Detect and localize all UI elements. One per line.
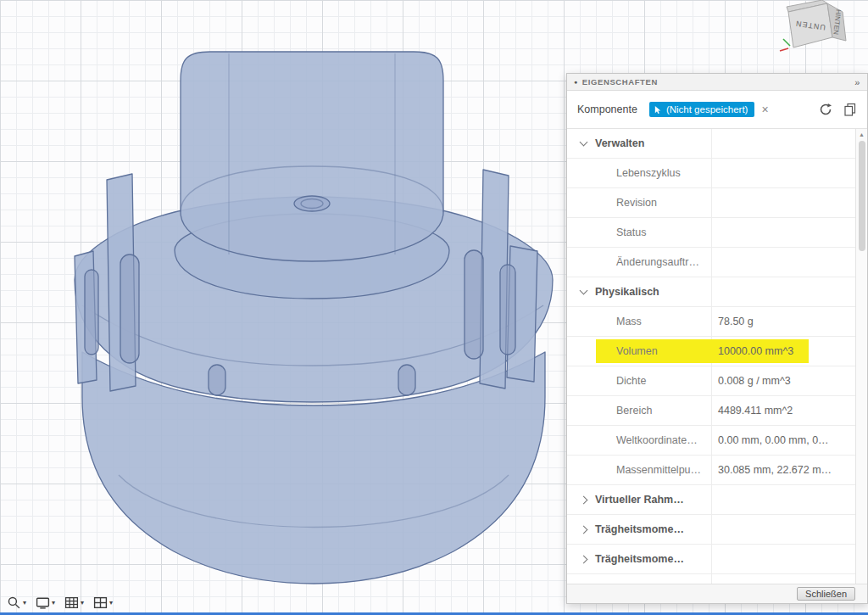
chevron-right-icon <box>580 555 588 563</box>
property-value <box>711 248 855 277</box>
viewports-icon <box>93 595 108 610</box>
section-title: Trägheitsmome… <box>595 523 684 535</box>
section-verwalten[interactable]: Verwalten <box>567 129 855 159</box>
property-label: Volumen <box>567 337 711 366</box>
property-value <box>711 188 855 217</box>
property-row-volumen[interactable]: Volumen 10000.00 mm^3 <box>567 337 855 366</box>
model-slot <box>120 254 139 363</box>
section-title: Physikalisch <box>595 286 659 298</box>
property-label: Bereich <box>567 396 711 425</box>
panel-tabbar: Komponente (Nicht gespeichert) × <box>567 91 867 129</box>
tab-actions <box>819 103 857 116</box>
property-row-aenderungsauftrag[interactable]: Änderungsauftr… <box>567 248 855 277</box>
grid-settings-button[interactable]: ▾ <box>64 595 84 610</box>
property-label: Weltkoordinate… <box>567 426 711 455</box>
tab-close-icon[interactable]: × <box>761 103 768 116</box>
chevron-down-icon <box>580 138 588 147</box>
property-row-status[interactable]: Status <box>567 218 855 248</box>
zoom-tools-button[interactable]: ▾ <box>7 595 26 610</box>
property-label: Status <box>567 218 711 247</box>
caret-down-icon: ▾ <box>109 599 113 607</box>
property-row-lebenszyklus[interactable]: Lebenszyklus <box>567 159 855 188</box>
model-slot <box>209 365 225 395</box>
axis-red <box>780 48 788 51</box>
magnifier-icon <box>7 595 21 610</box>
model-slot <box>500 265 515 355</box>
panel-scrollbar[interactable]: ▲ <box>855 129 867 584</box>
property-row-massenmittelpunkt[interactable]: Massenmittelpu… 30.085 mm, 22.672 m… <box>567 456 855 485</box>
panel-footer: Schließen <box>567 584 867 603</box>
refresh-icon[interactable] <box>819 103 832 116</box>
chevron-right-icon <box>580 525 588 534</box>
section-traegheitsmoment-1[interactable]: Trägheitsmome… <box>567 515 855 545</box>
caret-down-icon: ▾ <box>81 599 84 607</box>
navigation-toolbar: ▾ ▾ ▾ ▾ <box>7 595 122 610</box>
scrollbar-thumb[interactable] <box>859 141 865 251</box>
model-slot <box>465 250 483 359</box>
chevron-down-icon <box>580 287 588 295</box>
property-row-weltkoordinaten[interactable]: Weltkoordinate… 0.00 mm, 0.00 mm, 0… <box>567 426 855 456</box>
panel-title: EIGENSCHAFTEN <box>582 77 658 87</box>
panel-header[interactable]: ● EIGENSCHAFTEN » <box>567 74 867 91</box>
caret-down-icon: ▾ <box>52 599 55 607</box>
property-value: 0.008 g / mm^3 <box>711 366 855 395</box>
model-slot <box>85 270 98 355</box>
section-traegheitsmoment-2[interactable]: Trägheitsmome… <box>567 545 855 574</box>
property-row-revision[interactable]: Revision <box>567 188 855 218</box>
property-value: 10000.00 mm^3 <box>711 337 855 366</box>
caret-down-icon: ▾ <box>23 599 26 607</box>
expand-panel-icon[interactable]: » <box>854 77 860 87</box>
property-value: 30.085 mm, 22.672 m… <box>711 456 855 484</box>
unsaved-badge-label: (Nicht gespeichert) <box>666 104 748 115</box>
section-title: Virtueller Rahm… <box>595 494 684 506</box>
model-center-hole <box>294 196 330 211</box>
view-cube[interactable]: UNTEN HINTEN <box>778 0 853 54</box>
panel-body: Verwalten Lebenszyklus Revision Status Ä… <box>567 129 867 584</box>
viewports-button[interactable]: ▾ <box>93 595 113 610</box>
property-value <box>711 159 855 187</box>
property-label: Dichte <box>567 366 711 395</box>
property-row-bereich[interactable]: Bereich 4489.411 mm^2 <box>567 396 855 426</box>
cursor-icon <box>654 105 663 115</box>
chevron-right-icon <box>580 495 588 504</box>
section-title: Verwalten <box>595 137 644 149</box>
model-slot <box>398 365 415 395</box>
axis-green <box>783 39 790 46</box>
property-value <box>711 218 855 247</box>
section-physikalisch[interactable]: Physikalisch <box>567 277 855 307</box>
unsaved-badge[interactable]: (Nicht gespeichert) <box>649 102 755 117</box>
section-virtueller-rahmen[interactable]: Virtueller Rahm… <box>567 485 855 515</box>
property-label: Änderungsauftr… <box>567 248 711 277</box>
property-label: Revision <box>567 188 711 217</box>
properties-list: Verwalten Lebenszyklus Revision Status Ä… <box>567 129 855 584</box>
close-button[interactable]: Schließen <box>797 587 855 601</box>
property-label: Lebenszyklus <box>567 159 711 187</box>
application-window: UNTEN HINTEN ● EIGENSCHAFTEN » Komponent… <box>0 0 868 615</box>
property-value: 4489.411 mm^2 <box>711 396 855 425</box>
property-row-dichte[interactable]: Dichte 0.008 g / mm^3 <box>567 366 855 396</box>
property-label: Mass <box>567 307 711 336</box>
property-value: 0.00 mm, 0.00 mm, 0… <box>711 426 855 455</box>
properties-panel: ● EIGENSCHAFTEN » Komponente (Nicht gesp… <box>566 73 868 604</box>
tab-komponente[interactable]: Komponente <box>577 103 637 115</box>
copy-properties-icon[interactable] <box>843 103 857 116</box>
display-settings-button[interactable]: ▾ <box>36 595 55 610</box>
grid-icon <box>64 595 79 610</box>
model-top-cylinder <box>181 52 443 261</box>
property-label: Massenmittelpu… <box>567 456 711 484</box>
property-row-mass[interactable]: Mass 78.50 g <box>567 307 855 337</box>
panel-dot-icon: ● <box>574 79 578 85</box>
scroll-up-icon[interactable]: ▲ <box>859 129 865 141</box>
property-value: 78.50 g <box>711 307 855 336</box>
section-title: Trägheitsmome… <box>595 553 684 565</box>
display-settings-icon <box>36 595 50 610</box>
